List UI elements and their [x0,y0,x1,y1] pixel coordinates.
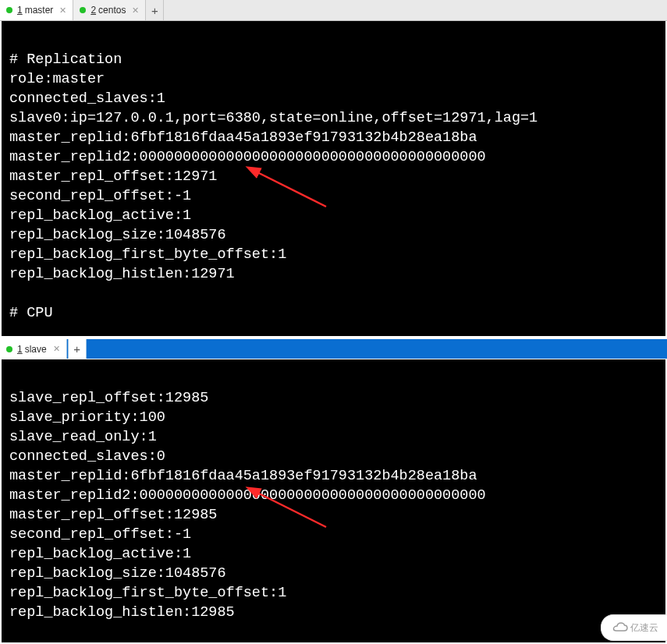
terminal-line: repl_backlog_size:1048576 [9,227,226,243]
tab-label: 1slave [17,344,47,355]
terminal-line: repl_backlog_first_byte_offset:1 [9,585,286,601]
status-dot-icon [6,7,12,13]
bottom-terminal[interactable]: slave_repl_offset:12985 slave_priority:1… [2,359,665,642]
status-dot-icon [80,7,86,13]
bottom-terminal-pane: 1slave ✕ + slave_repl_offset:12985 slave… [0,339,667,644]
terminal-line: slave0:ip=127.0.0.1,port=6380,state=onli… [9,110,538,126]
watermark-text: 亿速云 [630,621,658,635]
terminal-line: slave_read_only:1 [9,429,157,445]
top-terminal[interactable]: # Replication role:master connected_slav… [2,21,665,336]
close-icon[interactable]: ✕ [59,6,66,15]
terminal-line: repl_backlog_first_byte_offset:1 [9,246,286,263]
watermark-badge: 亿速云 [601,614,667,641]
terminal-line: role:master [9,71,105,87]
top-terminal-pane: 1master ✕ 2centos ✕ + # Replication role… [0,0,667,338]
terminal-line: repl_backlog_histlen:12971 [9,266,235,282]
terminal-line: slave_priority:100 [9,409,165,426]
terminal-line: connected_slaves:0 [9,448,165,465]
terminal-line: master_repl_offset:12971 [9,168,217,185]
terminal-line: master_replid2:0000000000000000000000000… [9,487,486,504]
cloud-icon [611,621,628,634]
close-icon[interactable]: ✕ [132,6,139,15]
terminal-line: # Replication [9,51,122,68]
terminal-line: connected_slaves:1 [9,90,165,107]
terminal-line: second_repl_offset:-1 [9,188,191,204]
terminal-line: master_repl_offset:12985 [9,507,217,523]
terminal-line: # CPU [9,305,53,321]
add-tab-button[interactable]: + [146,0,164,20]
terminal-line: slave_repl_offset:12985 [9,390,208,406]
terminal-line: repl_backlog_histlen:12985 [9,604,235,621]
terminal-line: master_replid:6fbf1816fdaa45a1893ef91793… [9,468,477,484]
terminal-line: master_replid:6fbf1816fdaa45a1893ef91793… [9,129,477,146]
terminal-line: repl_backlog_active:1 [9,207,191,224]
terminal-line: master_replid2:0000000000000000000000000… [9,149,486,165]
bottom-tabbar: 1slave ✕ + [0,339,667,359]
tab-master[interactable]: 1master ✕ [0,0,73,20]
tab-slave[interactable]: 1slave ✕ [0,339,67,359]
status-dot-icon [6,346,12,352]
add-tab-button[interactable]: + [68,339,87,359]
terminal-line: repl_backlog_size:1048576 [9,565,226,582]
close-icon[interactable]: ✕ [53,345,60,353]
terminal-line: second_repl_offset:-1 [9,526,191,543]
tab-label: 1master [17,5,53,16]
tab-centos[interactable]: 2centos ✕ [73,0,146,20]
top-tabbar: 1master ✕ 2centos ✕ + [0,0,667,21]
tab-label: 2centos [90,5,126,16]
terminal-line: repl_backlog_active:1 [9,546,191,562]
